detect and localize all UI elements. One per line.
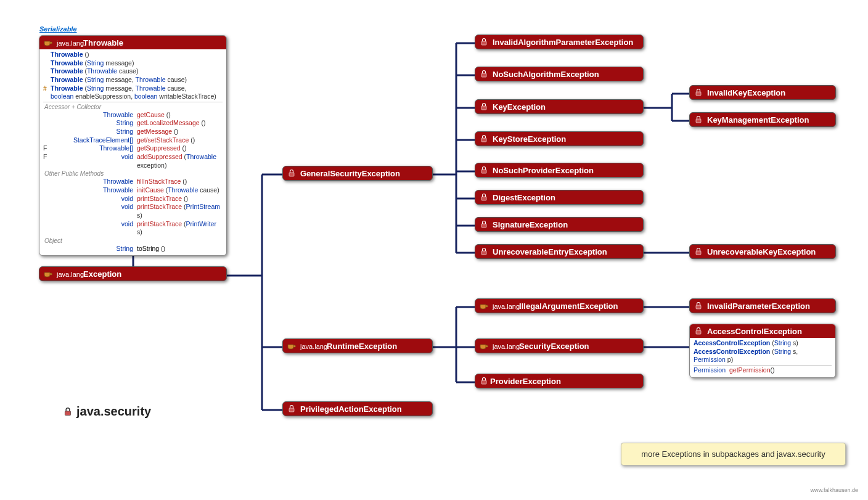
class-unrecoverableentryexception[interactable]: UnrecoverableEntryException: [475, 244, 644, 259]
section-accessor: Accessor + Collector: [43, 103, 223, 111]
svg-rect-38: [696, 92, 701, 96]
method-row: StackTraceElement[]get/setStackTrace (): [43, 136, 223, 145]
svg-rect-37: [481, 251, 486, 255]
svg-rect-43: [696, 330, 701, 334]
class-keyexception[interactable]: KeyException: [475, 99, 644, 114]
ace-method-ret: Permission: [694, 366, 726, 374]
footer-link[interactable]: www.falkhausen.de: [810, 487, 858, 493]
class-privileged-action-exception[interactable]: PrivilegedActionException: [282, 401, 433, 416]
ace-header[interactable]: AccessControlException: [690, 324, 835, 338]
class-illegalargumentexception[interactable]: java.lang.IllegalArgumentException: [475, 298, 644, 313]
class-unrecoverable-key-exception[interactable]: UnrecoverableKeyException: [689, 244, 836, 259]
lock-icon: [479, 102, 489, 112]
class-digestexception[interactable]: DigestException: [475, 190, 644, 205]
method-row: StringtoString (): [43, 245, 223, 253]
svg-rect-39: [696, 119, 701, 123]
class-keymanagementexception[interactable]: KeyManagementException: [689, 112, 836, 127]
constructor-row: AccessControlException (String s, Permis…: [694, 348, 832, 364]
throwable-name: Throwable: [83, 38, 123, 47]
lock-icon: [63, 407, 73, 417]
svg-rect-31: [481, 73, 486, 77]
ipe-name: InvalidParameterException: [707, 301, 810, 311]
class-access-control-exception: AccessControlException AccessControlExce…: [689, 324, 836, 378]
class-label: ProviderException: [493, 377, 561, 386]
class-exception[interactable]: java.lang.Exception: [39, 266, 227, 281]
class-label: KeyException: [493, 102, 546, 112]
method-row: ThrowablegetCause (): [43, 111, 223, 120]
lock-icon: [694, 88, 703, 97]
class-label: java.lang.IllegalArgumentException: [493, 301, 618, 311]
class-label: UnrecoverableEntryException: [493, 247, 607, 256]
class-label: SignatureException: [493, 220, 568, 229]
constructor-row: boolean enableSuppression, boolean writa…: [43, 92, 223, 101]
section-other: Other Public Methods: [43, 170, 223, 178]
serializable-link[interactable]: Serializable: [39, 25, 77, 33]
method-row: StringgetMessage (): [43, 128, 223, 136]
exception-pkg: java.lang.: [57, 271, 86, 278]
class-securityexception[interactable]: java.lang.SecurityException: [475, 338, 644, 353]
class-keystoreexception[interactable]: KeyStoreException: [475, 131, 644, 146]
lock-icon: [694, 247, 703, 256]
lock-icon: [479, 219, 489, 229]
throwable-pkg: java.lang.: [57, 39, 86, 47]
legend-text: java.security: [76, 404, 151, 419]
pae-name: PrivilegedActionException: [300, 404, 402, 414]
method-row: FvoidaddSuppressed (Throwable exception): [43, 153, 223, 170]
lock-icon: [694, 115, 703, 125]
class-general-security-exception[interactable]: GeneralSecurityException: [282, 166, 433, 181]
class-providerexception[interactable]: ProviderException: [475, 374, 644, 388]
svg-rect-33: [481, 138, 486, 142]
svg-rect-32: [481, 106, 486, 110]
lock-icon: [479, 69, 489, 79]
class-label: KeyStoreException: [493, 134, 566, 144]
lock-icon: [694, 326, 703, 336]
class-label: KeyManagementException: [707, 115, 809, 125]
svg-rect-36: [481, 224, 486, 227]
lock-icon: [479, 247, 489, 256]
lock-icon: [694, 301, 703, 311]
svg-rect-44: [65, 411, 70, 415]
class-throwable: java.lang.Throwable Throwable ()Throwabl…: [39, 35, 227, 256]
constructor-row: AccessControlException (String s): [694, 339, 832, 348]
ace-name: AccessControlException: [707, 327, 802, 336]
constructor-row: Throwable (String message): [43, 59, 223, 68]
rte-name: RuntimeException: [327, 342, 397, 351]
throwable-header[interactable]: java.lang.Throwable: [39, 36, 226, 49]
svg-rect-35: [481, 197, 486, 200]
uke-name: UnrecoverableKeyException: [707, 247, 816, 256]
class-invalid-parameter-exception[interactable]: InvalidParameterException: [689, 298, 836, 313]
constructor-row: Throwable (String message, Throwable cau…: [43, 76, 223, 84]
class-label: DigestException: [493, 193, 555, 202]
constructor-row: #Throwable (String message, Throwable ca…: [43, 84, 223, 93]
class-nosuchalgorithmexception[interactable]: NoSuchAlgorithmException: [475, 67, 644, 81]
legend-java-security: java.security: [63, 404, 151, 419]
constructor-row: Throwable (Throwable cause): [43, 67, 223, 76]
ace-method-row: Permission getPermission(): [694, 366, 832, 375]
method-row: voidprintStackTrace (PrintWriter s): [43, 220, 223, 237]
ace-body: AccessControlException (String s)AccessC…: [690, 338, 835, 377]
lock-icon: [479, 165, 489, 175]
class-runtime-exception[interactable]: java.lang.RuntimeException: [282, 338, 433, 353]
coffee-icon: [43, 38, 53, 47]
class-invalidalgorithmparameterexception[interactable]: InvalidAlgorithmParameterException: [475, 35, 644, 49]
class-invalidkeyexception[interactable]: InvalidKeyException: [689, 85, 836, 100]
coffee-icon: [479, 341, 489, 351]
throwable-body: Throwable ()Throwable (String message)Th…: [39, 49, 226, 255]
class-signatureexception[interactable]: SignatureException: [475, 217, 644, 232]
method-row: ThrowablefillInStackTrace (): [43, 178, 223, 186]
rte-pkg: java.lang.: [300, 343, 329, 350]
exception-name: Exception: [83, 269, 121, 279]
method-row: StringgetLocalizedMessage (): [43, 119, 223, 128]
svg-rect-42: [696, 305, 701, 309]
class-nosuchproviderexception[interactable]: NoSuchProviderException: [475, 163, 644, 178]
method-row: ThrowableinitCause (Throwable cause): [43, 186, 223, 195]
svg-rect-30: [481, 41, 486, 45]
class-label: NoSuchAlgorithmException: [493, 70, 599, 79]
coffee-icon: [479, 301, 489, 311]
lock-icon: [479, 376, 489, 386]
constructor-row: Throwable (): [43, 51, 223, 59]
class-label: java.lang.SecurityException: [493, 342, 589, 351]
method-row: voidprintStackTrace (): [43, 195, 223, 203]
lock-icon: [287, 404, 297, 414]
method-row: FThrowable[]getSuppressed (): [43, 144, 223, 153]
